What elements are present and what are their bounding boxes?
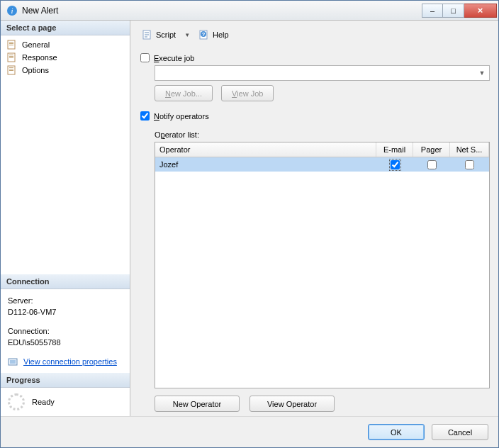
script-button[interactable]: Script — [139, 28, 179, 42]
grid-header: Operator E-mail Pager Net S... — [155, 142, 489, 157]
help-icon: ? — [198, 29, 210, 40]
page-nav: General Response Options — [1, 35, 130, 79]
cell-netsend-checkbox[interactable] — [465, 160, 474, 169]
select-page-header: Select a page — [1, 21, 130, 35]
svg-rect-13 — [9, 70, 13, 71]
script-label: Script — [156, 30, 176, 39]
execute-job-group: ▼ New Job... View Job — [155, 65, 490, 101]
nav-label: Response — [22, 53, 57, 62]
grid-body[interactable]: Jozef — [155, 157, 489, 388]
execute-job-row: Execute job — [140, 53, 490, 62]
dialog-footer: OK Cancel — [1, 416, 498, 447]
progress-panel: Ready — [1, 388, 130, 416]
sidebar-spacer — [1, 79, 130, 274]
new-operator-button[interactable]: New Operator — [155, 396, 240, 412]
minimize-button[interactable]: – — [422, 4, 443, 18]
notify-operators-row: Notify operators — [140, 111, 490, 121]
server-value: D112-06-VM7 — [8, 306, 123, 318]
help-button[interactable]: ? Help — [196, 28, 232, 42]
info-icon: i — [6, 5, 18, 16]
view-connection-properties-link[interactable]: View connection properties — [23, 356, 117, 368]
close-button[interactable]: × — [464, 4, 497, 18]
toolbar: Script ▼ ? Help — [139, 26, 490, 47]
notify-operators-label: Notify operators — [154, 112, 209, 121]
svg-rect-12 — [9, 69, 13, 69]
svg-rect-4 — [9, 43, 13, 44]
server-label: Server: — [8, 295, 123, 307]
svg-rect-11 — [9, 67, 13, 68]
progress-header: Progress — [1, 373, 130, 388]
svg-text:i: i — [11, 6, 13, 15]
page-icon — [6, 65, 18, 75]
job-combo[interactable]: ▼ — [155, 65, 490, 81]
progress-spinner-icon — [8, 393, 25, 410]
nav-options[interactable]: Options — [2, 64, 128, 77]
chevron-down-icon: ▼ — [476, 69, 488, 77]
view-job-button: View Job — [221, 85, 274, 101]
script-icon — [142, 29, 153, 40]
new-job-button: New Job... — [155, 85, 213, 101]
svg-rect-8 — [9, 56, 13, 57]
page-icon — [6, 52, 18, 62]
svg-rect-9 — [9, 57, 13, 58]
help-label: Help — [213, 30, 229, 39]
svg-rect-5 — [9, 45, 13, 45]
col-operator[interactable]: Operator — [155, 142, 376, 157]
execute-job-label: Execute job — [154, 54, 195, 62]
cell-pager-checkbox[interactable] — [427, 160, 437, 169]
connection-value: EDU\s5055788 — [8, 337, 123, 349]
cell-email-checkbox[interactable] — [391, 160, 400, 169]
notify-operators-checkbox[interactable] — [140, 111, 150, 121]
col-netsend[interactable]: Net S... — [450, 142, 489, 157]
titlebar[interactable]: i New Alert – □ × — [1, 1, 498, 21]
response-form: Execute job ▼ New Job... View Job Notify… — [139, 47, 490, 412]
nav-response[interactable]: Response — [2, 51, 128, 64]
progress-status: Ready — [32, 398, 55, 406]
maximize-button[interactable]: □ — [443, 4, 464, 18]
col-email[interactable]: E-mail — [376, 142, 413, 157]
view-operator-button[interactable]: View Operator — [250, 396, 335, 412]
nav-label: General — [22, 40, 50, 49]
sidebar: Select a page General Response Options C… — [1, 21, 130, 416]
cancel-button[interactable]: Cancel — [432, 424, 488, 440]
cell-operator: Jozef — [155, 159, 376, 170]
dialog-window: i New Alert – □ × Select a page General … — [0, 0, 499, 448]
ok-button[interactable]: OK — [368, 424, 425, 440]
dialog-body: Select a page General Response Options C… — [1, 21, 498, 416]
connection-label: Connection: — [8, 325, 123, 337]
nav-general[interactable]: General — [2, 38, 128, 51]
operator-grid: Operator E-mail Pager Net S... Jozef — [155, 142, 490, 388]
page-icon — [6, 40, 18, 50]
window-title: New Alert — [22, 6, 422, 16]
nav-label: Options — [22, 66, 49, 74]
connection-icon — [8, 356, 19, 367]
svg-rect-3 — [9, 42, 13, 43]
window-buttons: – □ × — [422, 4, 497, 18]
table-row[interactable]: Jozef — [155, 157, 489, 172]
script-dropdown-arrow-icon[interactable]: ▼ — [181, 32, 193, 38]
svg-rect-7 — [9, 55, 13, 55]
notify-group: Operator list: Operator E-mail Pager Net… — [155, 123, 490, 412]
execute-job-checkbox[interactable] — [140, 53, 150, 62]
svg-text:?: ? — [202, 31, 206, 38]
operator-list-label: Operator list: — [155, 130, 490, 139]
main-panel: Script ▼ ? Help Execute job ▼ — [130, 21, 498, 416]
col-pager[interactable]: Pager — [413, 142, 450, 157]
svg-rect-15 — [10, 360, 16, 364]
connection-header: Connection — [1, 274, 130, 289]
connection-panel: Server: D112-06-VM7 Connection: EDU\s505… — [1, 289, 130, 374]
